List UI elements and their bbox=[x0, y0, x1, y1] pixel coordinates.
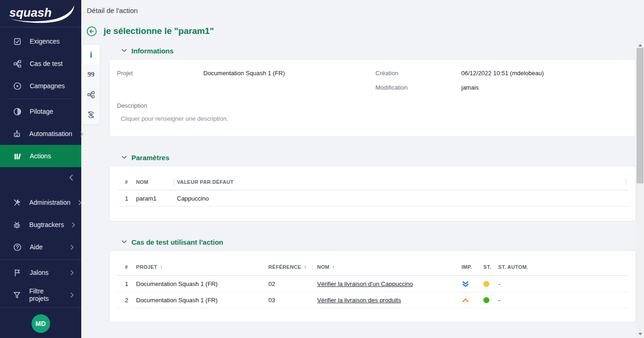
main-area: Détail de l'action je sélectionne le "pa… bbox=[81, 0, 644, 338]
sidebar-item-label: Actions bbox=[30, 152, 51, 160]
projet-label: Projet bbox=[117, 70, 203, 77]
modification-value: jamais bbox=[462, 84, 479, 91]
sidebar-item-automatisation[interactable]: Automatisation bbox=[0, 123, 81, 145]
sidebar-item-pilotage[interactable]: Pilotage bbox=[0, 100, 81, 123]
col-header-num: # bbox=[117, 179, 136, 185]
modification-label: Modification bbox=[376, 84, 462, 91]
page-context-title: Détail de l'action bbox=[87, 6, 138, 14]
content-row: i 99 Informations bbox=[81, 42, 644, 338]
scroll-up-button[interactable] bbox=[636, 42, 644, 48]
col-header-projet[interactable]: PROJET↑ bbox=[136, 264, 268, 270]
chevron-right-icon bbox=[71, 292, 74, 298]
section-parametres-header[interactable]: Paramètres bbox=[109, 152, 636, 162]
importance-low-icon bbox=[462, 280, 469, 288]
projet-value: Documentation Squash 1 (FR) bbox=[203, 70, 285, 77]
case-project: Documentation Squash 1 (FR) bbox=[136, 280, 268, 287]
robot-icon bbox=[13, 129, 21, 138]
svg-text:squash: squash bbox=[9, 6, 52, 20]
scroll-down-button[interactable] bbox=[636, 331, 644, 337]
avatar[interactable]: MD bbox=[32, 314, 50, 333]
tab-informations[interactable]: i bbox=[82, 45, 100, 65]
section-cas-de-test-header[interactable]: Cas de test utilisant l'action bbox=[109, 237, 636, 247]
sidebar-item-label: Automatisation bbox=[29, 130, 72, 137]
chevron-down-icon bbox=[122, 156, 127, 159]
col-header-reference[interactable]: RÉFÉRENCE↑ bbox=[268, 264, 312, 270]
scrollbar[interactable] bbox=[636, 42, 644, 338]
case-automation-status: - bbox=[498, 280, 628, 287]
sidebar-item-label: Cas de test bbox=[30, 60, 63, 67]
section-title: Cas de test utilisant l'action bbox=[131, 238, 223, 246]
squash-logo[interactable]: squash bbox=[0, 0, 81, 27]
sidebar-item-label: Administration bbox=[29, 199, 71, 206]
case-link[interactable]: Vérifier la livraison des produits bbox=[317, 297, 401, 304]
case-index: 2 bbox=[117, 297, 136, 304]
divider bbox=[0, 307, 81, 308]
sort-asc-icon: ↑ bbox=[304, 264, 307, 270]
sidebar-item-campagnes[interactable]: Campagnes bbox=[0, 75, 81, 97]
chevron-right-icon bbox=[72, 222, 75, 228]
table-row[interactable]: 1 Documentation Squash 1 (FR) 02 Vérifie… bbox=[117, 276, 628, 292]
sidebar-item-administration[interactable]: Administration bbox=[0, 191, 81, 214]
section-informations-header[interactable]: Informations bbox=[109, 46, 636, 56]
tab-comments[interactable]: 99 bbox=[82, 65, 100, 84]
sidebar-collapse-button[interactable] bbox=[0, 167, 81, 188]
scrollbar-thumb[interactable] bbox=[637, 48, 644, 183]
sidebar-item-exigences[interactable]: Exigences bbox=[0, 30, 81, 52]
case-index: 1 bbox=[117, 280, 136, 287]
tools-icon bbox=[13, 198, 21, 207]
sidebar-item-jalons[interactable]: Jalons bbox=[0, 261, 81, 284]
flag-icon bbox=[13, 268, 22, 277]
status-icon bbox=[483, 297, 489, 303]
parametres-panel: # NOM VALEUR PAR DÉFAUT 1 param1 Cappucc… bbox=[109, 166, 636, 221]
sidebar-item-label: Campagnes bbox=[30, 82, 65, 90]
section-title: Paramètres bbox=[131, 154, 169, 162]
back-button[interactable] bbox=[86, 26, 97, 37]
divider bbox=[0, 260, 81, 260]
sidebar-item-bugtrackers[interactable]: Bugtrackers bbox=[0, 214, 81, 236]
funnel-icon bbox=[13, 290, 21, 299]
param-default-value[interactable]: Cappuccino bbox=[174, 195, 628, 202]
sort-asc-icon: ↑ bbox=[160, 264, 163, 270]
page-title: je sélectionne le "param1" bbox=[104, 26, 214, 36]
case-link[interactable]: Vérifier la livraison d'un Cappuccino bbox=[317, 280, 413, 287]
col-header-imp: IMP. bbox=[459, 264, 483, 270]
description-placeholder[interactable]: Cliquer pour renseigner une description. bbox=[117, 115, 628, 122]
table-row[interactable]: 1 param1 Cappuccino bbox=[117, 190, 628, 207]
info-icon: i bbox=[90, 51, 92, 59]
col-header-nom: NOM bbox=[136, 179, 174, 185]
triangle-down-icon bbox=[638, 333, 642, 335]
case-reference: 03 bbox=[268, 297, 312, 304]
sidebar-item-filtre-projets[interactable]: Filtre projets bbox=[0, 284, 81, 306]
squash-logo-icon: squash bbox=[6, 3, 76, 24]
sidebar-item-label: Jalons bbox=[30, 269, 48, 276]
bug-icon bbox=[13, 220, 21, 229]
param-index: 1 bbox=[117, 195, 136, 202]
content: Informations Projet Documentation Squash… bbox=[109, 42, 636, 338]
table-row[interactable]: 2 Documentation Squash 1 (FR) 03 Vérifie… bbox=[117, 292, 628, 308]
sidebar-item-actions[interactable]: Actions bbox=[0, 145, 81, 167]
tab-tree[interactable] bbox=[82, 84, 100, 104]
sort-asc-icon: ↑ bbox=[332, 264, 335, 270]
tab-automation[interactable] bbox=[82, 104, 100, 124]
tab-strip: i 99 bbox=[82, 44, 100, 125]
parametres-table-header: # NOM VALEUR PAR DÉFAUT bbox=[117, 174, 628, 190]
triangle-up-icon bbox=[638, 44, 642, 46]
col-header-nom[interactable]: NOM↑ bbox=[312, 264, 459, 270]
chevron-right-icon bbox=[71, 245, 74, 250]
col-header-st: ST. bbox=[483, 264, 498, 270]
sidebar-item-label: Filtre projets bbox=[29, 287, 63, 302]
col-header-st-autom: ST. AUTOM. bbox=[498, 264, 628, 270]
section-title: Informations bbox=[131, 47, 174, 55]
quote-icon: 99 bbox=[88, 71, 95, 78]
param-name[interactable]: param1 bbox=[136, 195, 174, 202]
requirements-icon bbox=[13, 37, 22, 46]
sidebar-item-aide[interactable]: Aide bbox=[0, 236, 81, 258]
chevron-left-icon bbox=[69, 175, 73, 181]
topbar: Détail de l'action bbox=[81, 0, 644, 20]
tree-icon bbox=[87, 91, 95, 99]
case-project: Documentation Squash 1 (FR) bbox=[136, 297, 268, 304]
description-label: Description bbox=[117, 100, 628, 110]
sidebar-item-cas-de-test[interactable]: Cas de test bbox=[0, 52, 81, 75]
case-automation-status: - bbox=[498, 297, 628, 304]
creation-label: Création bbox=[376, 70, 462, 77]
